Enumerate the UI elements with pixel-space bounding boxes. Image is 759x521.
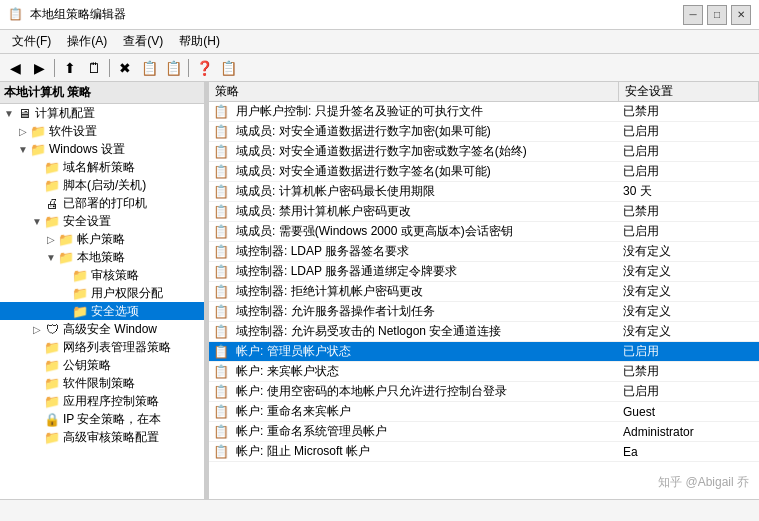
list-header: 策略 安全设置: [209, 82, 759, 102]
list-item[interactable]: 📋帐户: 重命名系统管理员帐户Administrator: [209, 422, 759, 442]
menu-action[interactable]: 操作(A): [59, 31, 115, 52]
list-item[interactable]: 📋域成员: 对安全通道数据进行数字签名(如果可能)已启用: [209, 162, 759, 182]
tree-folder-icon: 📁: [72, 285, 88, 301]
tree-label: 计算机配置: [35, 105, 95, 122]
col-header-policy[interactable]: 策略: [209, 82, 619, 101]
tree-toggle: [30, 376, 44, 390]
tree-toggle[interactable]: ▼: [30, 214, 44, 228]
list-item[interactable]: 📋域控制器: LDAP 服务器签名要求没有定义: [209, 242, 759, 262]
tree-toggle[interactable]: ▷: [30, 322, 44, 336]
policy-text: 帐户: 重命名来宾帐户: [236, 403, 351, 420]
tree-folder-icon: 🛡: [44, 321, 60, 337]
setting-cell: 已启用: [619, 122, 759, 141]
policy-icon: 📋: [213, 124, 229, 139]
list-item[interactable]: 📋帐户: 使用空密码的本地帐户只允许进行控制台登录已启用: [209, 382, 759, 402]
list-item[interactable]: 📋域控制器: 拒绝计算机帐户密码更改没有定义: [209, 282, 759, 302]
list-item[interactable]: 📋域成员: 对安全通道数据进行数字加密(如果可能)已启用: [209, 122, 759, 142]
policy-icon: 📋: [213, 424, 229, 439]
tree-item-security-settings[interactable]: ▼📁安全设置: [0, 212, 204, 230]
tree-toggle[interactable]: ▷: [44, 232, 58, 246]
show-hide-button[interactable]: 🗒: [83, 57, 105, 79]
delete-button[interactable]: ✖: [114, 57, 136, 79]
list-item[interactable]: 📋域控制器: LDAP 服务器通道绑定令牌要求没有定义: [209, 262, 759, 282]
tree-item-advanced-audit[interactable]: 📁高级审核策略配置: [0, 428, 204, 446]
policy-cell: 📋帐户: 来宾帐户状态: [209, 362, 619, 381]
tree-item-dns-strategy[interactable]: 📁域名解析策略: [0, 158, 204, 176]
toolbar-sep-2: [109, 59, 110, 77]
list-item[interactable]: 📋域成员: 计算机帐户密码最长使用期限30 天: [209, 182, 759, 202]
list-item[interactable]: 📋域控制器: 允许服务器操作者计划任务没有定义: [209, 302, 759, 322]
tree-folder-icon: 📁: [72, 303, 88, 319]
tree-item-security-options[interactable]: 📁安全选项: [0, 302, 204, 320]
policy-cell: 📋帐户: 重命名来宾帐户: [209, 402, 619, 421]
list-item[interactable]: 📋用户帐户控制: 只提升签名及验证的可执行文件已禁用: [209, 102, 759, 122]
tree-folder-icon: 📁: [44, 339, 60, 355]
tree-toggle[interactable]: ▷: [16, 124, 30, 138]
tree-item-computer-config[interactable]: ▼🖥计算机配置: [0, 104, 204, 122]
policy-icon: 📋: [213, 324, 229, 339]
policy-icon: 📋: [213, 244, 229, 259]
policy-text: 域成员: 需要强(Windows 2000 或更高版本)会话密钥: [236, 223, 513, 240]
tree-item-software-restriction[interactable]: 📁软件限制策略: [0, 374, 204, 392]
menu-help[interactable]: 帮助(H): [171, 31, 228, 52]
up-button[interactable]: ⬆: [59, 57, 81, 79]
list-item[interactable]: 📋帐户: 阻止 Microsoft 帐户Ea: [209, 442, 759, 462]
policy-text: 帐户: 使用空密码的本地帐户只允许进行控制台登录: [236, 383, 507, 400]
policy-cell: 📋帐户: 阻止 Microsoft 帐户: [209, 442, 619, 461]
tree-item-user-rights[interactable]: 📁用户权限分配: [0, 284, 204, 302]
minimize-button[interactable]: ─: [683, 5, 703, 25]
tree-toggle: [30, 358, 44, 372]
tree-toggle: [30, 340, 44, 354]
policy-cell: 📋域成员: 计算机帐户密码最长使用期限: [209, 182, 619, 201]
policy-cell: 📋域控制器: LDAP 服务器签名要求: [209, 242, 619, 261]
list-item[interactable]: 📋帐户: 管理员帐户状态已启用: [209, 342, 759, 362]
forward-button[interactable]: ▶: [28, 57, 50, 79]
tree-item-ip-security[interactable]: 🔒IP 安全策略，在本: [0, 410, 204, 428]
tree-item-app-control[interactable]: 📁应用程序控制策略: [0, 392, 204, 410]
back-button[interactable]: ◀: [4, 57, 26, 79]
tree-folder-icon: 📁: [44, 213, 60, 229]
tree-item-account-policy[interactable]: ▷📁帐户策略: [0, 230, 204, 248]
tree-item-advanced-security[interactable]: ▷🛡高级安全 Window: [0, 320, 204, 338]
help-button[interactable]: ❓: [193, 57, 215, 79]
extra-button[interactable]: 📋: [217, 57, 239, 79]
tree-label: 帐户策略: [77, 231, 125, 248]
export-button[interactable]: 📋: [162, 57, 184, 79]
tree-item-audit-policy[interactable]: 📁审核策略: [0, 266, 204, 284]
title-controls: ─ □ ✕: [683, 5, 751, 25]
setting-cell: 已禁用: [619, 202, 759, 221]
tree-item-windows-settings[interactable]: ▼📁Windows 设置: [0, 140, 204, 158]
status-bar: [0, 499, 759, 521]
maximize-button[interactable]: □: [707, 5, 727, 25]
tree-folder-icon: 📁: [44, 429, 60, 445]
tree-item-local-policy[interactable]: ▼📁本地策略: [0, 248, 204, 266]
menu-file[interactable]: 文件(F): [4, 31, 59, 52]
policy-text: 域成员: 计算机帐户密码最长使用期限: [236, 183, 435, 200]
list-item[interactable]: 📋帐户: 来宾帐户状态已禁用: [209, 362, 759, 382]
policy-icon: 📋: [213, 284, 229, 299]
tree-item-software-settings[interactable]: ▷📁软件设置: [0, 122, 204, 140]
col-header-setting[interactable]: 安全设置: [619, 82, 759, 101]
list-item[interactable]: 📋域控制器: 允许易受攻击的 Netlogon 安全通道连接没有定义: [209, 322, 759, 342]
tree-toggle[interactable]: ▼: [2, 106, 16, 120]
list-item[interactable]: 📋域成员: 对安全通道数据进行数字加密或数字签名(始终)已启用: [209, 142, 759, 162]
tree-toggle[interactable]: ▼: [16, 142, 30, 156]
policy-cell: 📋域成员: 对安全通道数据进行数字签名(如果可能): [209, 162, 619, 181]
close-button[interactable]: ✕: [731, 5, 751, 25]
list-item[interactable]: 📋域成员: 需要强(Windows 2000 或更高版本)会话密钥已启用: [209, 222, 759, 242]
tree-item-startup-script[interactable]: 📁脚本(启动/关机): [0, 176, 204, 194]
list-item[interactable]: 📋帐户: 重命名来宾帐户Guest: [209, 402, 759, 422]
properties-button[interactable]: 📋: [138, 57, 160, 79]
setting-cell: 已禁用: [619, 102, 759, 121]
policy-cell: 📋域成员: 对安全通道数据进行数字加密(如果可能): [209, 122, 619, 141]
tree-toggle[interactable]: ▼: [44, 250, 58, 264]
policy-icon: 📋: [213, 144, 229, 159]
tree-label: 高级审核策略配置: [63, 429, 159, 446]
app-icon: 📋: [8, 7, 24, 23]
tree-item-public-key[interactable]: 📁公钥策略: [0, 356, 204, 374]
menu-view[interactable]: 查看(V): [115, 31, 171, 52]
tree-item-network-list[interactable]: 📁网络列表管理器策略: [0, 338, 204, 356]
tree-label: 已部署的打印机: [63, 195, 147, 212]
list-item[interactable]: 📋域成员: 禁用计算机帐户密码更改已禁用: [209, 202, 759, 222]
tree-item-deployed-printers[interactable]: 🖨已部署的打印机: [0, 194, 204, 212]
